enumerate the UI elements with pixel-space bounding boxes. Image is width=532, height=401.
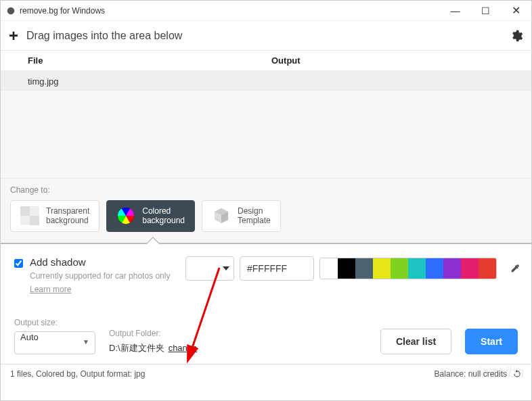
bg-options: Transparentbackground Coloredbackground — [10, 200, 522, 232]
color-wheel-icon — [116, 206, 135, 225]
app-icon — [6, 6, 16, 16]
color-swatches — [319, 258, 497, 279]
add-button[interactable]: + — [9, 26, 18, 45]
titlebar: remove.bg for Windows — ☐ ✕ — [1, 1, 531, 21]
swatch-yellow[interactable] — [373, 258, 391, 279]
change-to-panel: Change to: Transparentbackground Color — [1, 178, 531, 243]
learn-more-link[interactable]: Learn more — [30, 285, 71, 294]
status-left: 1 files, Colored bg, Output format: jpg — [10, 369, 145, 379]
column-output: Output — [271, 55, 523, 66]
option-design-template[interactable]: DesignTemplate — [202, 200, 281, 232]
maximize-button[interactable]: ☐ — [470, 1, 501, 21]
start-button[interactable]: Start — [465, 329, 518, 354]
minimize-button[interactable]: — — [440, 1, 470, 21]
selection-caret — [146, 237, 160, 243]
checker-icon — [20, 206, 39, 225]
change-to-label: Change to: — [10, 185, 522, 195]
close-button[interactable]: ✕ — [501, 1, 531, 21]
svg-rect-3 — [30, 216, 39, 225]
eyedropper-icon — [510, 263, 520, 274]
change-folder-link[interactable]: change — [169, 343, 198, 353]
output-size-label: Output size: — [14, 318, 95, 327]
detail-panel: Add shadow Currently supported for car p… — [1, 244, 531, 302]
file-cell: timg.jpg — [28, 76, 59, 87]
refresh-icon[interactable] — [512, 369, 522, 379]
swatch-red[interactable] — [479, 258, 496, 279]
svg-rect-2 — [20, 206, 30, 216]
output-row: Output size: Auto Output Folder: D:\新建文件… — [1, 302, 531, 364]
swatch-black[interactable] — [338, 258, 355, 279]
output-folder-label: Output Folder: — [109, 329, 197, 338]
swatch-white[interactable] — [320, 258, 338, 279]
swatch-green[interactable] — [391, 258, 408, 279]
eyedropper-button[interactable] — [506, 258, 524, 279]
clear-list-button[interactable]: Clear list — [380, 329, 451, 354]
option-colored[interactable]: Coloredbackground — [106, 200, 195, 232]
statusbar: 1 files, Colored bg, Output format: jpg … — [1, 364, 531, 384]
list-item[interactable]: timg.jpg — [1, 71, 531, 91]
option-transparent[interactable]: Transparentbackground — [10, 200, 99, 232]
output-size-select[interactable]: Auto — [14, 331, 95, 354]
add-shadow-subtitle: Currently supported for car photos only — [30, 270, 179, 282]
swatch-blue[interactable] — [426, 258, 443, 279]
swatch-teal[interactable] — [408, 258, 426, 279]
swatch-purple[interactable] — [443, 258, 461, 279]
list-header: File Output — [1, 51, 531, 71]
swatch-pink[interactable] — [461, 258, 479, 279]
add-shadow-label: Add shadow — [30, 256, 179, 268]
svg-point-0 — [7, 7, 15, 14]
hex-input[interactable] — [240, 256, 314, 281]
status-balance: Balance: null credits — [435, 369, 507, 379]
column-file: File — [28, 55, 271, 66]
color-preset-dropdown[interactable] — [185, 256, 234, 281]
swatch-slate[interactable] — [355, 258, 373, 279]
gear-icon[interactable] — [510, 29, 523, 43]
toolbar: + Drag images into the area below — [1, 21, 531, 51]
window-title: remove.bg for Windows — [20, 6, 440, 16]
cube-icon — [212, 206, 231, 225]
output-folder-path: D:\新建文件夹 — [109, 342, 164, 354]
file-list[interactable]: timg.jpg — [1, 71, 531, 178]
drop-hint: Drag images into the area below — [26, 30, 510, 42]
add-shadow-checkbox[interactable] — [14, 259, 23, 268]
